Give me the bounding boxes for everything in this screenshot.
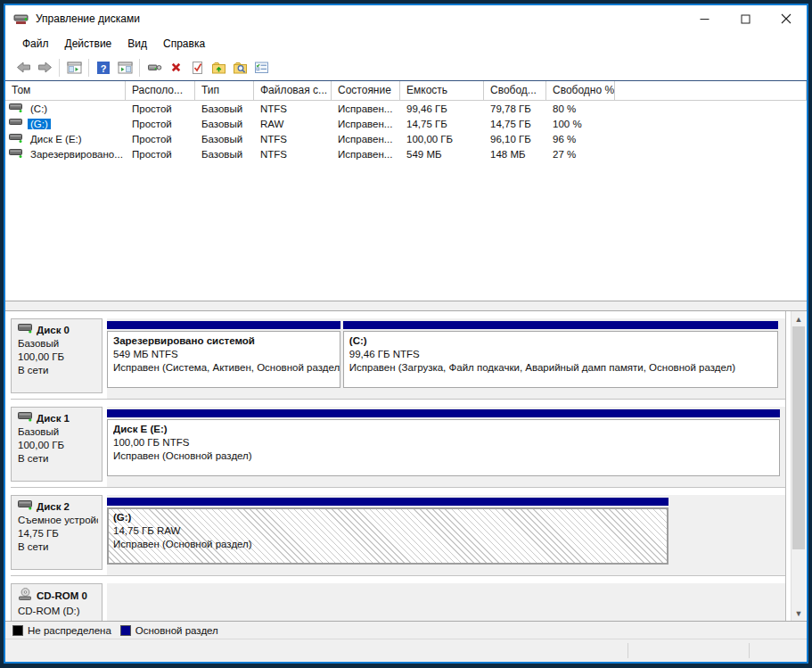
- scrollbar-thumb[interactable]: [792, 326, 805, 549]
- partition-title: Зарезервировано системой: [113, 334, 340, 348]
- partition-status: Исправен (Основной раздел): [113, 449, 779, 463]
- volume-name[interactable]: (C:): [28, 103, 50, 114]
- disk-icon: [18, 411, 37, 425]
- volume-type: Базовый: [195, 101, 254, 116]
- title-bar: Управление дисками: [5, 5, 807, 32]
- partition-body[interactable]: (C:)99,46 ГБ NTFSИсправен (Загрузка, Фай…: [343, 331, 779, 388]
- volume-row[interactable]: Зарезервировано...ПростойБазовыйNTFSИспр…: [5, 146, 807, 161]
- volume-empty-cell: [615, 131, 807, 146]
- volume-layout: Простой: [126, 146, 195, 161]
- partition-body[interactable]: Диск E (E:)100,00 ГБ NTFSИсправен (Основ…: [107, 419, 780, 476]
- disk-info-cell[interactable]: Диск 0Базовый100,00 ГБВ сети: [11, 318, 103, 393]
- back-icon[interactable]: [12, 57, 34, 78]
- column-header-0[interactable]: Том: [5, 81, 126, 100]
- partition-type-bar: [343, 321, 779, 329]
- menu-item-0[interactable]: Файл: [14, 35, 57, 53]
- partition-block[interactable]: (G:)14,75 ГБ RAWИсправен (Основной разде…: [107, 498, 668, 575]
- volume-free-pct: 27 %: [546, 146, 615, 161]
- column-header-4[interactable]: Состояние: [332, 81, 400, 100]
- volume-name[interactable]: Зарезервировано...: [28, 149, 126, 160]
- legend-item: Не распределена: [12, 625, 111, 636]
- show-action-pane-icon[interactable]: [114, 57, 135, 78]
- volume-row[interactable]: (G:)ПростойБазовыйRAWИсправен...14,75 ГБ…: [5, 116, 807, 131]
- legend-bar: Не распределенаОсновной раздел: [5, 621, 807, 639]
- disk-graph-area: Зарезервировано системой549 МБ NTFSИспра…: [107, 318, 785, 399]
- menu-item-3[interactable]: Справка: [155, 35, 213, 53]
- scroll-up-icon[interactable]: ▲: [791, 311, 806, 326]
- column-header-6[interactable]: Свобод...: [484, 81, 546, 100]
- volume-name-cell[interactable]: Диск E (E:): [5, 131, 126, 146]
- volume-capacity: 99,46 ГБ: [400, 101, 484, 116]
- volume-name-cell[interactable]: Зарезервировано...: [5, 146, 126, 161]
- partition-status: Исправен (Система, Активен, Основной раз…: [113, 361, 340, 375]
- volume-type: Базовый: [195, 116, 254, 131]
- column-header-1[interactable]: Располо...: [126, 81, 195, 100]
- volume-status: Исправен...: [332, 146, 400, 161]
- partition-title: (G:): [113, 511, 667, 524]
- volume-type: Базовый: [195, 146, 254, 161]
- minimize-button[interactable]: [684, 5, 725, 32]
- menu-item-2[interactable]: Вид: [119, 35, 155, 53]
- column-header-8[interactable]: [615, 81, 807, 100]
- volume-status: Исправен...: [332, 116, 400, 131]
- volume-name[interactable]: Диск E (E:): [28, 134, 85, 144]
- partition-size: 100,00 ГБ NTFS: [113, 436, 779, 449]
- toolbar-separator: [59, 59, 60, 77]
- partition-block[interactable]: (C:)99,46 ГБ NTFSИсправен (Загрузка, Фай…: [343, 321, 779, 399]
- column-header-7[interactable]: Свободно %: [546, 81, 615, 100]
- disk-device-icon[interactable]: [144, 57, 165, 78]
- disk-status: В сети: [18, 540, 98, 554]
- disk-info-cell[interactable]: CD-ROM 0CD-ROM (D:): [11, 583, 103, 621]
- volume-layout: Простой: [126, 101, 195, 116]
- delete-volume-icon[interactable]: [165, 57, 186, 78]
- volume-fs: RAW: [254, 116, 332, 131]
- pane-splitter[interactable]: [5, 301, 807, 311]
- forward-icon[interactable]: [34, 57, 55, 78]
- disk-icon: [18, 323, 37, 337]
- content-area: ТомРасполо...ТипФайловая с...СостояниеЕм…: [5, 80, 807, 662]
- close-button[interactable]: [766, 5, 807, 32]
- partition-block[interactable]: Диск E (E:)100,00 ГБ NTFSИсправен (Основ…: [107, 409, 780, 487]
- disk-kind: CD-ROM (D:): [18, 605, 98, 618]
- properties-icon[interactable]: [250, 57, 272, 78]
- menu-item-1[interactable]: Действие: [57, 35, 120, 53]
- help-icon[interactable]: ?: [93, 57, 114, 78]
- status-separator: [627, 643, 628, 658]
- disk-rows: Диск 0Базовый100,00 ГБВ сетиЗарезервиров…: [11, 311, 785, 621]
- volume-name-cell[interactable]: (C:): [5, 101, 126, 116]
- partition-body[interactable]: Зарезервировано системой549 МБ NTFSИспра…: [107, 331, 340, 388]
- partition-status: Исправен (Основной раздел): [113, 538, 667, 551]
- volume-free: 96,10 ГБ: [484, 131, 546, 146]
- disk-graph-area: [107, 583, 785, 621]
- vertical-scrollbar[interactable]: ▲ ▼: [791, 311, 806, 621]
- volume-name[interactable]: (G:): [28, 119, 51, 129]
- disk-info-cell[interactable]: Диск 2Съемное устройство14,75 ГБВ сети: [11, 495, 103, 570]
- volume-list-pane: ТомРасполо...ТипФайловая с...СостояниеЕм…: [5, 81, 807, 301]
- volume-row[interactable]: (C:)ПростойБазовыйNTFSИсправен...99,46 Г…: [5, 101, 807, 116]
- column-header-2[interactable]: Тип: [195, 81, 254, 100]
- toolbar: ?: [5, 54, 807, 80]
- maximize-button[interactable]: [725, 5, 766, 32]
- volume-row[interactable]: Диск E (E:)ПростойБазовыйNTFSИсправен...…: [5, 131, 807, 146]
- toolbar-separator: [139, 59, 140, 77]
- show-console-tree-icon[interactable]: [63, 57, 85, 78]
- column-header-5[interactable]: Емкость: [400, 81, 484, 100]
- partition-body[interactable]: (G:)14,75 ГБ RAWИсправен (Основной разде…: [107, 507, 668, 565]
- check-document-icon[interactable]: [186, 57, 208, 78]
- legend-item: Основной раздел: [120, 625, 218, 636]
- volume-name-cell[interactable]: (G:): [5, 116, 126, 131]
- disk-row: CD-ROM 0CD-ROM (D:): [11, 576, 785, 621]
- partition-block[interactable]: Зарезервировано системой549 МБ NTFSИспра…: [107, 321, 340, 399]
- partition-type-bar: [107, 498, 668, 506]
- column-header-3[interactable]: Файловая с...: [254, 81, 332, 100]
- disk-graph-pane: Диск 0Базовый100,00 ГБВ сетиЗарезервиров…: [5, 311, 807, 621]
- partition-size: 99,46 ГБ NTFS: [349, 348, 778, 361]
- volume-icon: [9, 103, 28, 115]
- legend-label: Не распределена: [28, 625, 111, 636]
- scroll-down-icon[interactable]: ▼: [791, 606, 806, 621]
- volume-free: 79,78 ГБ: [484, 101, 546, 116]
- disk-info-cell[interactable]: Диск 1Базовый100,00 ГБВ сети: [11, 407, 103, 482]
- volume-free-pct: 96 %: [546, 131, 615, 146]
- explore-folder-icon[interactable]: [229, 57, 250, 78]
- open-folder-icon[interactable]: [208, 57, 229, 78]
